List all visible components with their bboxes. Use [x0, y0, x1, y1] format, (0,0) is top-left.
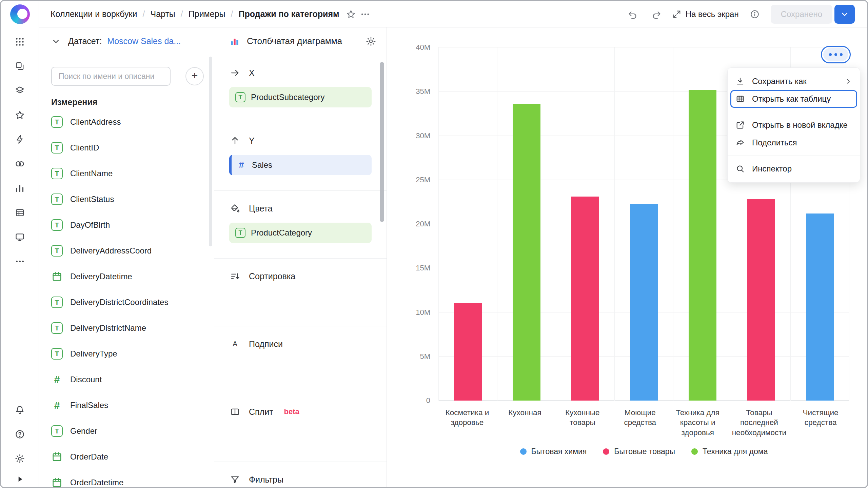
star-icon[interactable]: [12, 107, 28, 123]
number-field-icon: #: [51, 374, 63, 385]
field-name: OrderDate: [70, 452, 108, 462]
bar-2[interactable]: [513, 104, 540, 401]
legend-dot: [603, 448, 609, 455]
menu-item-share[interactable]: Поделиться: [728, 134, 860, 151]
dataset-field-orderdate[interactable]: OrderDate: [51, 444, 204, 470]
help-icon[interactable]: [12, 426, 28, 442]
section-label: Подписи: [249, 339, 283, 349]
breadcrumb-examples[interactable]: Примеры: [189, 9, 225, 19]
datalens-logo[interactable]: [10, 4, 30, 24]
dataset-field-deliverydistrictcoordinates[interactable]: TDeliveryDistrictCoordinates: [51, 289, 204, 315]
text-field-icon: T: [51, 425, 63, 437]
dataset-field-clientname[interactable]: TClientName: [51, 161, 204, 186]
lightning-icon[interactable]: [12, 131, 28, 147]
paint-icon: [229, 203, 241, 214]
legend-label: Бытовая химия: [531, 447, 587, 456]
column-chart-type-icon[interactable]: [229, 35, 241, 47]
bar-chart-icon[interactable]: [12, 180, 28, 196]
fullscreen-button[interactable]: На весь экран: [672, 9, 739, 19]
menu-item-save-as[interactable]: Сохранить как: [728, 73, 860, 90]
fullscreen-label: На весь экран: [686, 9, 739, 19]
table-icon[interactable]: [12, 205, 28, 220]
favorite-star-icon[interactable]: [344, 7, 358, 21]
bar-7[interactable]: [806, 214, 834, 401]
config-scrollbar[interactable]: [380, 62, 384, 222]
chevron-down-icon: [840, 9, 850, 19]
field-chip-productsubcategory[interactable]: TProductSubcategory: [229, 87, 372, 107]
config-section-split: Сплитbeta: [214, 394, 387, 462]
dataset-field-deliverytype[interactable]: TDeliveryType: [51, 341, 204, 367]
labels-icon: A: [229, 338, 241, 350]
bar-5[interactable]: [689, 90, 716, 401]
dataset-field-finalsales[interactable]: #FinalSales: [51, 392, 204, 418]
bar-4[interactable]: [630, 204, 658, 401]
chart-settings-gear-icon[interactable]: [363, 34, 378, 49]
legend-item[interactable]: Техника для дома: [691, 447, 768, 456]
field-chip-productcategory[interactable]: TProductCategory: [229, 223, 372, 243]
undo-icon[interactable]: [626, 7, 640, 21]
menu-item-open-new-tab[interactable]: Открыть в новой вкладке: [728, 116, 860, 134]
sort-icon: [229, 270, 241, 282]
dataset-field-gender[interactable]: TGender: [51, 418, 204, 444]
redo-icon[interactable]: [649, 7, 663, 21]
config-section-y: Y#Sales: [214, 123, 387, 191]
chip-label: ProductSubcategory: [251, 93, 324, 102]
layers-icon[interactable]: [12, 83, 28, 98]
text-field-icon: T: [51, 322, 63, 334]
menu-item-open-as-table[interactable]: Открыть как таблицу: [728, 90, 860, 108]
dataset-field-deliveryaddresscoord[interactable]: TDeliveryAddressCoord: [51, 238, 204, 264]
collapse-dataset-icon[interactable]: [49, 35, 63, 48]
field-chip-sales[interactable]: #Sales: [229, 155, 372, 175]
menu-item-inspector[interactable]: Инспектор: [728, 160, 860, 178]
legend-item[interactable]: Бытовая химия: [520, 447, 587, 456]
left-rail: [1, 1, 39, 487]
dataset-field-deliverydatetime[interactable]: DeliveryDatetime: [51, 264, 204, 289]
calendar-icon: [51, 477, 63, 487]
menu-item-label: Открыть как таблицу: [752, 94, 831, 104]
saved-button[interactable]: Сохранено: [771, 5, 832, 24]
menu-divider: [728, 156, 860, 156]
text-field-icon: T: [51, 142, 63, 154]
field-name: ClientAddress: [70, 117, 121, 127]
dataset-field-clientstatus[interactable]: TClientStatus: [51, 186, 204, 212]
breadcrumb-collections[interactable]: Коллекции и воркбуки: [51, 9, 137, 19]
config-section-sort: Сортировка: [214, 259, 387, 326]
bar-3[interactable]: [571, 197, 599, 401]
text-field-icon: T: [51, 297, 63, 308]
save-dropdown-button[interactable]: [834, 5, 855, 24]
dataset-name-link[interactable]: Moscow Sales da...: [107, 36, 181, 46]
dataset-field-orderdatetime[interactable]: OrderDatetime: [51, 470, 204, 487]
chart-canvas: 05M10M15M20M25M30M35M40M Косметика и здо…: [387, 27, 867, 487]
chart-more-menu-button[interactable]: [823, 48, 848, 61]
y-axis-labels: 05M10M15M20M25M30M35M40M: [387, 47, 430, 401]
table-icon: [735, 94, 745, 104]
x-category-label: Моющие средства: [611, 408, 669, 438]
dataset-field-clientid[interactable]: TClientID: [51, 135, 204, 161]
expand-rail-icon[interactable]: [1, 471, 39, 487]
info-icon[interactable]: [748, 7, 762, 21]
calendar-icon: [51, 271, 63, 282]
dataset-field-clientaddress[interactable]: TClientAddress: [51, 109, 204, 135]
monitor-icon[interactable]: [12, 229, 28, 245]
gear-icon[interactable]: [12, 451, 28, 466]
legend-item[interactable]: Бытовые товары: [603, 447, 675, 456]
more-icon[interactable]: [12, 253, 28, 269]
breadcrumb-charts[interactable]: Чарты: [150, 9, 175, 19]
more-actions-icon[interactable]: [358, 7, 372, 21]
text-field-icon: T: [51, 168, 63, 179]
dataset-field-deliverydistrictname[interactable]: TDeliveryDistrictName: [51, 315, 204, 341]
bell-icon[interactable]: [12, 402, 28, 418]
rings-icon[interactable]: [12, 156, 28, 171]
y-tick-label: 20M: [416, 220, 430, 228]
apps-grid-icon[interactable]: [12, 34, 28, 49]
dataset-field-discount[interactable]: #Discount: [51, 367, 204, 392]
collections-icon[interactable]: [12, 58, 28, 74]
dataset-scrollbar[interactable]: [209, 57, 212, 246]
dataset-field-dayofbirth[interactable]: TDayOfBirth: [51, 212, 204, 238]
field-name: FinalSales: [70, 401, 108, 410]
bar-1[interactable]: [454, 303, 482, 401]
add-field-button[interactable]: +: [185, 67, 204, 85]
bar-6[interactable]: [747, 199, 775, 401]
search-input[interactable]: [51, 67, 171, 86]
text-field-icon: T: [51, 194, 63, 205]
